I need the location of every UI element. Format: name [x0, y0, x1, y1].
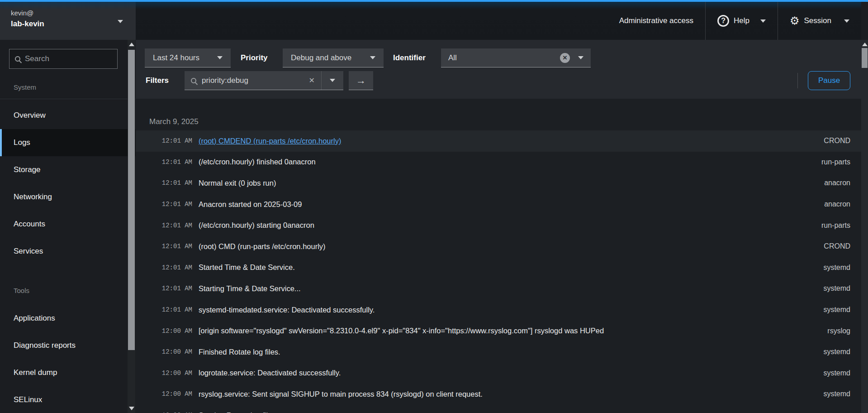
- chevron-down-icon: [330, 79, 335, 82]
- log-row[interactable]: 12:00 AMStarting Rotate log files...: [136, 405, 861, 413]
- log-time: 12:01 AM: [136, 179, 192, 187]
- log-message: rsyslog.service: Sent signal SIGHUP to m…: [199, 390, 483, 399]
- log-message: Starting Time & Date Service...: [199, 284, 301, 293]
- log-row[interactable]: 12:01 AMStarting Time & Date Service...s…: [136, 278, 861, 299]
- host-name: lab-kevin: [11, 18, 125, 30]
- log-time: 12:01 AM: [136, 137, 192, 144]
- priority-select[interactable]: Debug and above: [283, 48, 384, 67]
- sidebar-scrollbar[interactable]: [128, 40, 135, 413]
- sidebar-item-overview[interactable]: Overview: [0, 102, 136, 129]
- chevron-down-icon: [578, 56, 583, 59]
- time-range-select[interactable]: Last 24 hours: [145, 48, 231, 67]
- log-message: Finished Rotate log files.: [199, 348, 280, 356]
- session-menu[interactable]: ⚙ Session: [778, 2, 861, 40]
- log-message: Starting Rotate log files...: [199, 411, 282, 413]
- clear-filter-icon[interactable]: ✕: [309, 76, 315, 85]
- log-time: 12:00 AM: [136, 348, 192, 355]
- log-row[interactable]: 12:00 AMlogrotate.service: Deactivated s…: [136, 363, 861, 384]
- log-row[interactable]: 12:01 AM(root) CMDEND (run-parts /etc/cr…: [136, 130, 861, 152]
- time-range-value: Last 24 hours: [153, 53, 199, 62]
- priority-value: Debug and above: [291, 53, 351, 62]
- log-row[interactable]: 12:00 AM[origin software="rsyslogd" swVe…: [136, 320, 861, 341]
- search-input[interactable]: [25, 54, 102, 63]
- sidebar-item-accounts[interactable]: Accounts: [0, 211, 136, 238]
- sidebar-item-logs[interactable]: Logs: [0, 129, 136, 156]
- filter-dropdown-toggle[interactable]: [321, 71, 343, 90]
- help-label: Help: [734, 16, 749, 25]
- cockpit-app: kevin@ lab-kevin Administrative access ?…: [0, 0, 868, 413]
- log-row[interactable]: 12:01 AMAnacron started on 2025-03-09ana…: [136, 194, 861, 215]
- nav-section-title: System: [14, 83, 136, 91]
- user-name: kevin@: [11, 8, 125, 18]
- main-scrollbar[interactable]: [861, 40, 868, 413]
- identifier-label: Identifier: [393, 48, 426, 67]
- log-message-link[interactable]: (root) CMDEND (run-parts /etc/cron.hourl…: [199, 137, 341, 145]
- gear-icon: ⚙: [790, 15, 800, 26]
- log-identifier: anacron: [824, 200, 861, 208]
- toolbar-divider: [797, 73, 798, 88]
- clear-identifier-icon[interactable]: ✕: [560, 53, 570, 63]
- chevron-down-icon: [217, 56, 223, 59]
- scroll-up-icon[interactable]: [129, 43, 134, 46]
- log-row[interactable]: 12:01 AM(/etc/cron.hourly) starting 0ana…: [136, 215, 861, 236]
- log-time: 12:00 AM: [136, 327, 192, 335]
- scroll-down-icon[interactable]: [129, 407, 134, 410]
- log-message: logrotate.service: Deactivated successfu…: [199, 369, 341, 377]
- sidebar-item-kernel-dump[interactable]: Kernel dump: [0, 359, 136, 386]
- sidebar-scrollbar-thumb[interactable]: [128, 50, 135, 350]
- log-identifier: CROND: [824, 242, 861, 250]
- log-time: 12:00 AM: [136, 370, 192, 377]
- log-message: Normal exit (0 jobs run): [199, 179, 276, 187]
- log-time: 12:01 AM: [136, 158, 192, 166]
- help-menu[interactable]: ? Help: [706, 2, 778, 40]
- chevron-down-icon: [118, 20, 123, 23]
- user-menu[interactable]: kevin@ lab-kevin: [0, 2, 136, 40]
- apply-filter-button[interactable]: →: [349, 71, 373, 90]
- identifier-select[interactable]: All ✕: [441, 48, 591, 67]
- sidebar-item-diagnostic-reports[interactable]: Diagnostic reports: [0, 332, 136, 359]
- log-message: [origin software="rsyslogd" swVersion="8…: [199, 327, 604, 335]
- log-row[interactable]: 12:01 AMStarted Time & Date Service.syst…: [136, 257, 861, 279]
- sidebar-item-applications[interactable]: Applications: [0, 305, 136, 332]
- log-identifier: systemd: [823, 348, 861, 356]
- log-identifier: systemd: [823, 264, 861, 272]
- admin-access-button[interactable]: Administrative access: [607, 2, 705, 40]
- sidebar-item-services[interactable]: Services: [0, 238, 136, 265]
- log-row[interactable]: 12:00 AMrsyslog.service: Sent signal SIG…: [136, 384, 861, 405]
- log-row[interactable]: 12:01 AM(root) CMD (run-parts /etc/cron.…: [136, 236, 861, 257]
- filter-input-group: ✕: [185, 71, 343, 90]
- pause-button[interactable]: Pause: [808, 71, 850, 90]
- log-message: systemd-timedated.service: Deactivated s…: [199, 306, 375, 314]
- log-time: 12:00 AM: [136, 390, 192, 398]
- log-message: (/etc/cron.hourly) starting 0anacron: [199, 221, 314, 230]
- sidebar-item-storage[interactable]: Storage: [0, 156, 136, 183]
- filter-input-zone[interactable]: ✕: [185, 71, 321, 90]
- scroll-up-icon[interactable]: [862, 43, 868, 46]
- log-identifier: systemd: [823, 306, 861, 314]
- log-identifier: anacron: [824, 179, 861, 187]
- log-time: 12:01 AM: [136, 201, 192, 208]
- log-row[interactable]: 12:01 AM(/etc/cron.hourly) finished 0ana…: [136, 152, 861, 173]
- log-time: 12:01 AM: [136, 264, 192, 271]
- chevron-down-icon: [844, 19, 849, 23]
- sidebar-item-selinux[interactable]: SELinux: [0, 386, 136, 413]
- main-scrollbar-thumb[interactable]: [862, 48, 868, 68]
- filter-input[interactable]: [202, 76, 304, 85]
- log-row[interactable]: 12:01 AMsystemd-timedated.service: Deact…: [136, 299, 861, 321]
- log-identifier: run-parts: [821, 221, 861, 230]
- sidebar-search[interactable]: [9, 49, 118, 69]
- log-message: Started Time & Date Service.: [199, 263, 295, 272]
- session-label: Session: [804, 16, 831, 25]
- log-identifier: systemd: [823, 369, 861, 377]
- log-row[interactable]: 12:00 AMFinished Rotate log files.system…: [136, 341, 861, 363]
- log-message: (/etc/cron.hourly) finished 0anacron: [199, 158, 316, 166]
- sidebar-item-networking[interactable]: Networking: [0, 183, 136, 211]
- search-icon: [15, 56, 20, 62]
- nav-divider: [0, 99, 136, 99]
- identifier-value: All: [448, 53, 457, 62]
- help-icon: ?: [717, 15, 729, 27]
- log-identifier: systemd: [823, 284, 861, 293]
- log-time: 12:01 AM: [136, 243, 192, 250]
- log-time: 12:01 AM: [136, 285, 192, 292]
- log-row[interactable]: 12:01 AMNormal exit (0 jobs run)anacron: [136, 173, 861, 194]
